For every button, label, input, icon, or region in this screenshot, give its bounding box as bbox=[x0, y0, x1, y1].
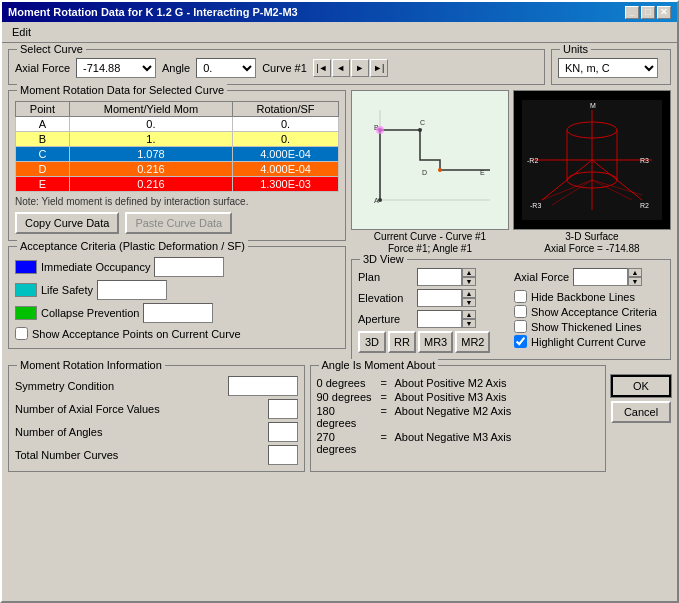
angle-select[interactable]: 0. bbox=[196, 58, 256, 78]
aperture-input[interactable]: 0 bbox=[417, 310, 462, 328]
aperture-label: Aperture bbox=[358, 313, 413, 325]
life-safety-label: Life Safety bbox=[41, 284, 93, 296]
cancel-button[interactable]: Cancel bbox=[611, 401, 671, 423]
col-rotation: Rotation/SF bbox=[233, 102, 339, 117]
mr2-button[interactable]: MR2 bbox=[455, 331, 490, 353]
minimize-button[interactable]: _ bbox=[625, 6, 639, 19]
nav-prev-button[interactable]: ◄ bbox=[332, 59, 350, 77]
cell-moment: 1.078 bbox=[69, 147, 232, 162]
ok-button[interactable]: OK bbox=[611, 375, 671, 397]
total-curves-label: Total Number Curves bbox=[15, 449, 264, 461]
svg-point-5 bbox=[438, 168, 442, 172]
paste-curve-button[interactable]: Paste Curve Data bbox=[125, 212, 232, 234]
nav-next-button[interactable]: ► bbox=[351, 59, 369, 77]
cell-rotation: 4.000E-04 bbox=[233, 162, 339, 177]
3d-surface-label: 3-D Surface bbox=[513, 231, 671, 243]
collapse-prevention-color bbox=[15, 306, 37, 320]
symmetry-label: Symmetry Condition bbox=[15, 380, 224, 392]
show-acceptance-label: Show Acceptance Criteria bbox=[531, 306, 657, 318]
3d-right-controls: Axial Force -714.88 ▲ ▼ bbox=[514, 268, 664, 353]
ok-cancel-buttons: OK Cancel bbox=[611, 365, 671, 472]
angle-text-2: About Negative M2 Axis bbox=[395, 405, 600, 429]
highlight-current-checkbox[interactable] bbox=[514, 335, 527, 348]
elevation-label: Elevation bbox=[358, 292, 413, 304]
3d-button[interactable]: 3D bbox=[358, 331, 386, 353]
cell-point: D bbox=[16, 162, 70, 177]
content-area: Select Curve Axial Force -714.88 Angle 0… bbox=[2, 43, 677, 478]
aperture-down-button[interactable]: ▼ bbox=[462, 319, 476, 328]
maximize-button[interactable]: □ bbox=[641, 6, 655, 19]
angle-row-1: 90 degrees = About Positive M3 Axis bbox=[317, 390, 600, 404]
title-bar: Moment Rotation Data for K 1.2 G - Inter… bbox=[2, 2, 677, 22]
symmetry-value[interactable]: None bbox=[228, 376, 298, 396]
elevation-input[interactable]: 35 bbox=[417, 289, 462, 307]
units-label: Units bbox=[560, 43, 591, 55]
3d-surface-svg: M -R2 R3 -R3 R2 bbox=[522, 100, 662, 220]
angle-row-0: 0 degrees = About Positive M2 Axis bbox=[317, 376, 600, 390]
angle-about-group: Angle Is Moment About 0 degrees = About … bbox=[310, 365, 607, 472]
col-moment: Moment/Yield Mom bbox=[69, 102, 232, 117]
edit-menu[interactable]: Edit bbox=[6, 24, 37, 40]
immediate-occupancy-color bbox=[15, 260, 37, 274]
angle-text-0: About Positive M2 Axis bbox=[395, 377, 600, 389]
angle-label: Angle bbox=[162, 62, 190, 74]
table-row: C 1.078 4.000E-04 bbox=[16, 147, 339, 162]
show-acceptance-checkbox[interactable] bbox=[514, 305, 527, 318]
units-group: Units KN, m, C bbox=[551, 49, 671, 85]
2d-graph: A B C D E bbox=[351, 90, 509, 230]
angle-row-2: 180 degrees = About Negative M2 Axis bbox=[317, 404, 600, 430]
cell-point: C bbox=[16, 147, 70, 162]
num-axial-value[interactable]: 1 bbox=[268, 399, 298, 419]
copy-curve-button[interactable]: Copy Curve Data bbox=[15, 212, 119, 234]
show-acceptance-points-checkbox[interactable] bbox=[15, 327, 28, 340]
select-curve-label: Select Curve bbox=[17, 43, 86, 55]
angle-eq-2: = bbox=[381, 405, 391, 429]
axial-force-down-button[interactable]: ▼ bbox=[628, 277, 642, 286]
plan-up-button[interactable]: ▲ bbox=[462, 268, 476, 277]
axial-force-select[interactable]: -714.88 bbox=[76, 58, 156, 78]
nav-first-button[interactable]: |◄ bbox=[313, 59, 331, 77]
axial-force-up-button[interactable]: ▲ bbox=[628, 268, 642, 277]
show-thickened-checkbox[interactable] bbox=[514, 320, 527, 333]
mr3-button[interactable]: MR3 bbox=[418, 331, 453, 353]
collapse-prevention-value[interactable]: 4.000E-04 bbox=[143, 303, 213, 323]
mid-section: Moment Rotation Data for Selected Curve … bbox=[8, 90, 671, 360]
3d-axial-force-input[interactable]: -714.88 bbox=[573, 268, 628, 286]
elevation-down-button[interactable]: ▼ bbox=[462, 298, 476, 307]
svg-text:-R2: -R2 bbox=[527, 157, 538, 164]
num-angles-value[interactable]: 4 bbox=[268, 422, 298, 442]
cell-rotation: 0. bbox=[233, 117, 339, 132]
life-safety-value[interactable]: 3.000E-04 bbox=[97, 280, 167, 300]
axial-force-label: Axial Force = -714.88 bbox=[513, 243, 671, 255]
hide-backbone-checkbox[interactable] bbox=[514, 290, 527, 303]
angle-deg-3: 270 degrees bbox=[317, 431, 377, 455]
plan-input[interactable]: 315 bbox=[417, 268, 462, 286]
units-select[interactable]: KN, m, C bbox=[558, 58, 658, 78]
bottom-section: Moment Rotation Information Symmetry Con… bbox=[8, 365, 671, 472]
table-row: E 0.216 1.300E-03 bbox=[16, 177, 339, 192]
rr-button[interactable]: RR bbox=[388, 331, 416, 353]
total-curves-value[interactable]: 4 bbox=[268, 445, 298, 465]
aperture-up-button[interactable]: ▲ bbox=[462, 310, 476, 319]
axial-force-label: Axial Force bbox=[15, 62, 70, 74]
plan-down-button[interactable]: ▼ bbox=[462, 277, 476, 286]
svg-point-4 bbox=[418, 128, 422, 132]
highlight-current-label: Highlight Current Curve bbox=[531, 336, 646, 348]
angle-deg-1: 90 degrees bbox=[317, 391, 377, 403]
acceptance-criteria-label: Acceptance Criteria (Plastic Deformation… bbox=[17, 240, 248, 252]
elevation-up-button[interactable]: ▲ bbox=[462, 289, 476, 298]
nav-last-button[interactable]: ►| bbox=[370, 59, 388, 77]
cell-moment: 0. bbox=[69, 117, 232, 132]
table-row: D 0.216 4.000E-04 bbox=[16, 162, 339, 177]
cell-moment: 0.216 bbox=[69, 177, 232, 192]
close-button[interactable]: ✕ bbox=[657, 6, 671, 19]
table-note: Note: Yield moment is defined by interac… bbox=[15, 196, 339, 207]
cell-rotation: 1.300E-03 bbox=[233, 177, 339, 192]
show-thickened-label: Show Thickened Lines bbox=[531, 321, 641, 333]
svg-text:D: D bbox=[422, 169, 427, 176]
3d-view-group: 3D View Plan 315 ▲ ▼ bbox=[351, 259, 671, 360]
table-row: B 1. 0. bbox=[16, 132, 339, 147]
select-curve-group: Select Curve Axial Force -714.88 Angle 0… bbox=[8, 49, 545, 85]
immediate-occupancy-value[interactable]: 0. bbox=[154, 257, 224, 277]
svg-text:C: C bbox=[420, 119, 425, 126]
